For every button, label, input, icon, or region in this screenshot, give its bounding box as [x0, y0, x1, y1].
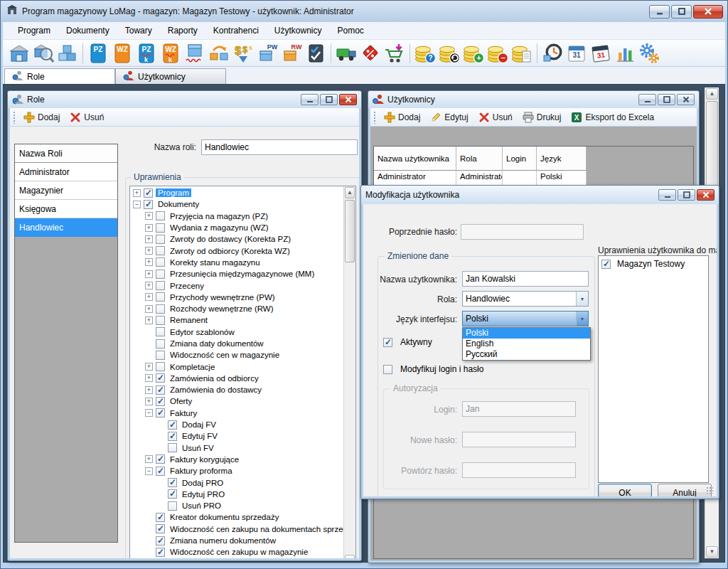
ok-button[interactable]: OK [598, 484, 652, 496]
active-checkbox[interactable] [383, 338, 392, 347]
tree-item[interactable]: Kreator dokumentu sprzedaży [130, 511, 343, 523]
tree-item[interactable]: +Przeceny [130, 280, 343, 291]
table-row[interactable]: AdministratorAdministratorPolski [374, 171, 693, 186]
tree-item-label[interactable]: Zwroty do dostawcy (Korekta PZ) [168, 235, 293, 243]
tree-checkbox[interactable] [168, 420, 177, 430]
tree-item[interactable]: Usuń FV [130, 442, 343, 454]
tree-item-label[interactable]: Usuń FV [180, 444, 216, 452]
tree-checkbox[interactable] [156, 235, 165, 244]
tree-checkbox[interactable] [156, 316, 165, 325]
doc-pz-correction-icon[interactable]: PZk [134, 41, 159, 65]
tree-item-label[interactable]: Zwroty od odbiorcy (Korekta WZ) [168, 247, 292, 255]
language-combobox[interactable]: Polski ▼ [462, 311, 589, 326]
stock-correction-icon[interactable] [183, 41, 207, 65]
tree-checkbox[interactable] [156, 304, 165, 314]
calendar-red-icon[interactable]: 31 [589, 41, 613, 65]
tree-item-label[interactable]: Widoczność cen zakupu na dokumentach spr… [168, 525, 343, 533]
column-header-jezyk[interactable]: Język [537, 147, 587, 171]
tree-checkbox[interactable] [168, 501, 177, 511]
tree-item[interactable]: +Przychody wewnętrzne (PW) [130, 292, 343, 303]
tree-item-label[interactable]: Program [156, 188, 191, 197]
discount-tag-icon[interactable] [358, 41, 382, 65]
tree-scroll-thumb[interactable] [345, 200, 355, 262]
tree-item-label[interactable]: Usuń PRO [180, 501, 223, 510]
tree-item-label[interactable]: Remanent [168, 316, 210, 324]
tree-checkbox[interactable] [156, 339, 165, 349]
tree-checkbox[interactable] [168, 443, 177, 452]
tab-uzytkownicy[interactable]: Użytkownicy [115, 68, 226, 84]
tree-checkbox[interactable] [156, 362, 165, 371]
menu-item-pomoc[interactable]: Pomoc [330, 23, 372, 38]
mdi-scroll-up[interactable]: ▲ [706, 88, 718, 100]
window-maximize-button[interactable] [671, 5, 692, 18]
language-option-english[interactable]: English [463, 339, 590, 349]
orders-cart-icon[interactable] [382, 41, 407, 65]
toolbar-grip[interactable] [13, 111, 16, 124]
expand-toggle[interactable]: − [133, 201, 141, 208]
chevron-down-icon[interactable]: ▼ [576, 292, 588, 306]
coins-remove-icon[interactable]: − [486, 41, 510, 65]
role-combobox[interactable]: Handlowiec ▼ [462, 291, 589, 307]
tree-item[interactable]: +Zwroty do dostawcy (Korekta PZ) [130, 233, 343, 245]
usun-button[interactable]: Usuń [474, 110, 517, 125]
tree-checkbox[interactable] [156, 548, 165, 557]
expand-toggle[interactable]: + [145, 270, 153, 278]
tree-item[interactable]: +Zwroty od odbiorcy (Korekta WZ) [130, 245, 343, 256]
expand-toggle[interactable]: + [133, 189, 141, 197]
role-window-minimize-button[interactable] [301, 94, 318, 105]
tree-checkbox[interactable] [156, 454, 165, 464]
warehouse-transfer-icon[interactable] [207, 41, 231, 65]
search-warehouse-icon[interactable] [31, 41, 55, 65]
expand-toggle[interactable]: + [145, 258, 153, 266]
tree-checkbox[interactable] [156, 223, 165, 233]
coins-report-icon[interactable] [510, 41, 534, 65]
tree-item[interactable]: +Zamówienia do dostawcy [130, 384, 343, 395]
tree-item-label[interactable]: Widoczność cen zakupu w magazynie [168, 548, 310, 556]
chevron-down-icon[interactable]: ▼ [576, 312, 588, 326]
menu-item-raporty[interactable]: Raporty [160, 23, 205, 38]
tree-checkbox[interactable] [156, 467, 165, 476]
tree-item-label[interactable]: Faktury proforma [168, 467, 235, 475]
tree-item[interactable]: +Przesunięcia międzymagazynowe (MM) [130, 268, 343, 280]
expand-toggle[interactable]: + [145, 317, 153, 324]
expand-toggle[interactable]: + [145, 363, 153, 371]
tree-checkbox[interactable] [156, 397, 165, 406]
language-option-polski[interactable]: Polski [463, 328, 590, 339]
tree-item-label[interactable]: Wydania z magazynu (WZ) [168, 223, 271, 232]
tree-scroll-down[interactable]: ▼ [345, 555, 355, 558]
history-clock-icon[interactable] [540, 41, 564, 65]
tree-checkbox[interactable] [144, 188, 153, 198]
tree-item[interactable]: +Remanent [130, 314, 343, 326]
expand-toggle[interactable]: − [145, 467, 153, 475]
tree-item[interactable]: Usuń PRO [130, 500, 343, 511]
tree-item-label[interactable]: Edytor szablonów [168, 328, 237, 336]
tree-checkbox[interactable] [168, 478, 177, 487]
expand-toggle[interactable]: + [145, 374, 153, 382]
tree-checkbox[interactable] [156, 246, 165, 255]
dodaj-button[interactable]: Dodaj [19, 110, 64, 125]
tree-item[interactable]: Zmiana daty dokumentów [130, 338, 343, 349]
tab-role[interactable]: Role [4, 68, 115, 84]
coins-refresh-icon[interactable] [437, 41, 461, 65]
tree-scrollbar[interactable]: ▲ ▼ [343, 186, 355, 558]
tree-item-label[interactable]: Przeceny [168, 282, 206, 290]
drukuj-button[interactable]: Drukuj [518, 110, 566, 125]
stocktaking-icon[interactable] [304, 41, 328, 65]
internal-outcome-icon[interactable]: RW [279, 41, 304, 65]
internal-income-icon[interactable]: PW [255, 41, 279, 65]
tree-checkbox[interactable] [168, 489, 177, 499]
tree-checkbox[interactable] [156, 281, 165, 290]
tree-item-label[interactable]: Faktury [168, 409, 199, 418]
expand-toggle[interactable]: + [145, 224, 153, 232]
tree-item[interactable]: Zmiana numeru dokumentów [130, 535, 343, 546]
tree-item[interactable]: Widoczność cen zakupu na dokumentach spr… [130, 523, 343, 535]
tree-item[interactable]: Edytor szablonów [130, 326, 343, 338]
tree-item-label[interactable]: Zamówienia do dostawcy [168, 385, 264, 394]
tree-item[interactable]: +Program [130, 187, 343, 198]
tree-item-label[interactable]: Zmiana numeru dokumentów [168, 536, 278, 545]
expand-toggle[interactable]: + [145, 293, 153, 301]
expand-toggle[interactable]: + [145, 247, 153, 255]
tree-item[interactable]: +Oferty [130, 395, 343, 407]
delivery-truck-icon[interactable] [334, 41, 358, 65]
tree-checkbox[interactable] [156, 408, 165, 418]
